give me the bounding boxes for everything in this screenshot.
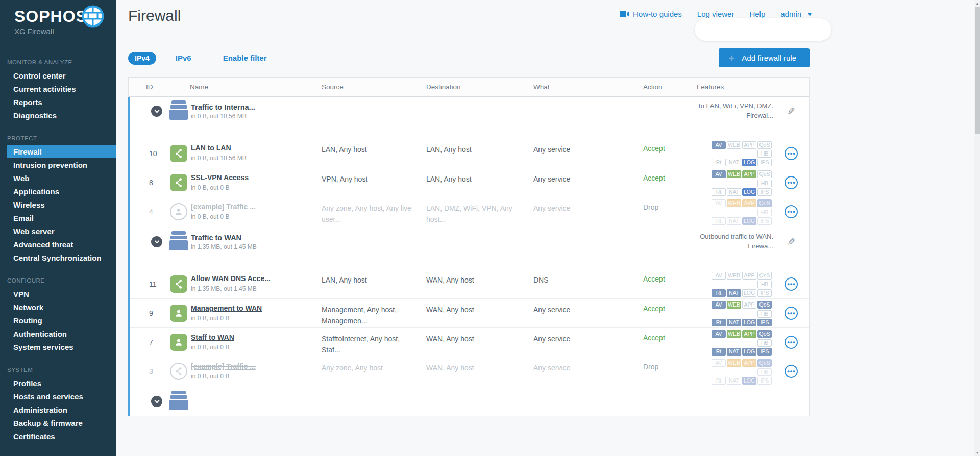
page-title: Firewall: [116, 0, 974, 24]
rule-name-link[interactable]: [example] Traffic ...: [191, 362, 256, 370]
sidebar-item-wireless[interactable]: Wireless: [0, 198, 116, 211]
sidebar-item-administration[interactable]: Administration: [0, 403, 116, 416]
scroll-up-arrow[interactable]: ▲: [974, 0, 980, 7]
feature-badge: LOG: [742, 188, 756, 196]
feature-badge: AV: [712, 272, 726, 280]
sidebar-item-web-server[interactable]: Web server: [0, 225, 116, 238]
more-options-button[interactable]: ●●●: [785, 205, 798, 218]
scroll-down-arrow[interactable]: ▼: [974, 449, 980, 456]
rule-name-link[interactable]: [example] Traffic ...: [191, 202, 256, 211]
collapse-toggle[interactable]: [151, 106, 162, 117]
rule-destination: WAN, Any host: [426, 328, 533, 345]
rule-id: 9: [147, 309, 153, 317]
more-options-button[interactable]: ●●●: [785, 277, 798, 291]
more-options-button[interactable]: ●●●: [785, 307, 798, 320]
sidebar-item-network[interactable]: Network: [0, 301, 116, 314]
rule-destination: LAN, Any host: [426, 139, 533, 156]
group-note: To LAN, WiFi, VPN, DMZ. Firewal...: [697, 102, 773, 121]
feature-badge: HB: [757, 150, 772, 158]
table-header-row: ID Name Source Destination What Action F…: [129, 78, 809, 97]
tab-ipv6[interactable]: IPv6: [176, 54, 191, 62]
howto-guides-link[interactable]: How-to guides: [620, 10, 682, 18]
feature-badge: HB: [757, 281, 772, 288]
feature-badge: NAT: [727, 159, 741, 166]
feature-badge: NAT: [727, 188, 741, 196]
sidebar-item-firewall[interactable]: Firewall: [7, 145, 116, 158]
group-rule-count: 3: [169, 122, 188, 132]
group-traffic-stats: in 0 B, out 10.56 MB: [191, 113, 322, 120]
rule-name-link[interactable]: SSL-VPN Access: [191, 173, 249, 182]
edit-pencil-icon[interactable]: ✎: [787, 236, 795, 248]
more-options-button[interactable]: ●●●: [785, 147, 798, 160]
sidebar-item-email[interactable]: Email: [0, 212, 116, 224]
add-firewall-rule-button[interactable]: + Add firewall rule: [719, 48, 810, 67]
rule-name-link[interactable]: LAN to LAN: [191, 144, 231, 152]
feature-badge: APP: [742, 170, 756, 178]
sidebar-item-vpn[interactable]: VPN: [0, 288, 116, 300]
sidebar-item-control-center[interactable]: Control center: [0, 69, 116, 82]
sidebar: SOPHOS XG Firewall MONITOR & ANALYZE Con…: [0, 0, 116, 456]
feature-badge: QoS: [757, 272, 772, 280]
more-options-button[interactable]: ●●●: [785, 365, 798, 378]
plus-icon: +: [729, 55, 735, 62]
scrollbar-thumb[interactable]: [975, 7, 980, 134]
rule-source: LAN, Any host: [322, 139, 426, 156]
feature-badge: LOG: [742, 319, 756, 326]
feature-badge: LOG: [742, 289, 756, 297]
tab-ipv4[interactable]: IPv4: [128, 52, 156, 65]
log-viewer-link[interactable]: Log viewer: [697, 10, 734, 18]
rule-id: 7: [147, 338, 153, 346]
feature-badge: HB: [757, 368, 772, 376]
sidebar-item-current-activities[interactable]: Current activities: [0, 83, 116, 95]
rule-name-link[interactable]: Staff to WAN: [191, 333, 234, 341]
edit-pencil-icon[interactable]: ✎: [787, 106, 795, 117]
collapse-toggle[interactable]: [151, 396, 162, 407]
feature-badge: HB: [757, 339, 772, 347]
firewall-rule-row: 3 [example] Traffic ...in 0 B, out 0 B A…: [130, 357, 809, 386]
sidebar-item-intrusion-prevention[interactable]: Intrusion prevention: [0, 159, 116, 171]
rule-name-link[interactable]: Allow WAN DNS Acce...: [191, 274, 271, 283]
rule-action: Accept: [643, 168, 697, 182]
sidebar-item-web[interactable]: Web: [0, 172, 116, 185]
sidebar-item-applications[interactable]: Applications: [0, 185, 116, 198]
help-link[interactable]: Help: [749, 10, 765, 18]
feature-badge: APP: [742, 301, 756, 309]
sidebar-item-system-services[interactable]: System services: [0, 341, 116, 353]
sidebar-item-routing[interactable]: Routing: [0, 314, 116, 327]
feature-badge: Rt: [712, 348, 726, 356]
admin-menu[interactable]: admin▼: [780, 10, 813, 18]
group-traffic-stats: in 1.35 MB, out 1.45 MB: [191, 243, 322, 250]
sidebar-item-central-synchronization[interactable]: Central Synchronization: [0, 251, 116, 264]
user-icon: [170, 305, 187, 322]
nav-section-protect: PROTECT: [0, 135, 116, 141]
sidebar-item-advanced-threat[interactable]: Advanced threat: [0, 238, 116, 251]
feature-badge: Rt: [712, 217, 726, 225]
sidebar-item-diagnostics[interactable]: Diagnostics: [0, 109, 116, 122]
sidebar-item-reports[interactable]: Reports: [0, 96, 116, 109]
rule-name-link[interactable]: Management to WAN: [191, 304, 262, 312]
more-options-button[interactable]: ●●●: [785, 176, 798, 189]
feature-badge: AV: [712, 301, 726, 309]
chevron-down-icon: ▼: [807, 11, 813, 17]
enable-filter-link[interactable]: Enable filter: [223, 54, 267, 62]
rule-group-icon: [169, 403, 188, 412]
sidebar-item-certificates[interactable]: Certificates: [0, 430, 116, 443]
col-header-destination: Destination: [426, 83, 533, 91]
feature-badge: APP: [742, 141, 756, 149]
more-options-button[interactable]: ●●●: [785, 336, 798, 349]
sidebar-item-authentication[interactable]: Authentication: [0, 327, 116, 340]
col-header-action: Action: [643, 83, 697, 91]
rule-what: Any service: [533, 168, 643, 185]
feature-badge: HB: [757, 180, 772, 187]
rule-action: Accept: [643, 328, 697, 342]
collapse-toggle[interactable]: [151, 236, 162, 247]
sidebar-item-backup-firmware[interactable]: Backup & firmware: [0, 417, 116, 429]
user-icon: [170, 203, 187, 220]
chevron-down-icon: [154, 238, 159, 243]
feature-badge: HB: [757, 209, 772, 216]
nav-section-system: SYSTEM: [0, 367, 116, 373]
sidebar-item-profiles[interactable]: Profiles: [0, 377, 116, 390]
sidebar-item-hosts-and-services[interactable]: Hosts and services: [0, 390, 116, 403]
rule-action: Drop: [643, 357, 697, 371]
feature-badge: QoS: [757, 301, 772, 309]
